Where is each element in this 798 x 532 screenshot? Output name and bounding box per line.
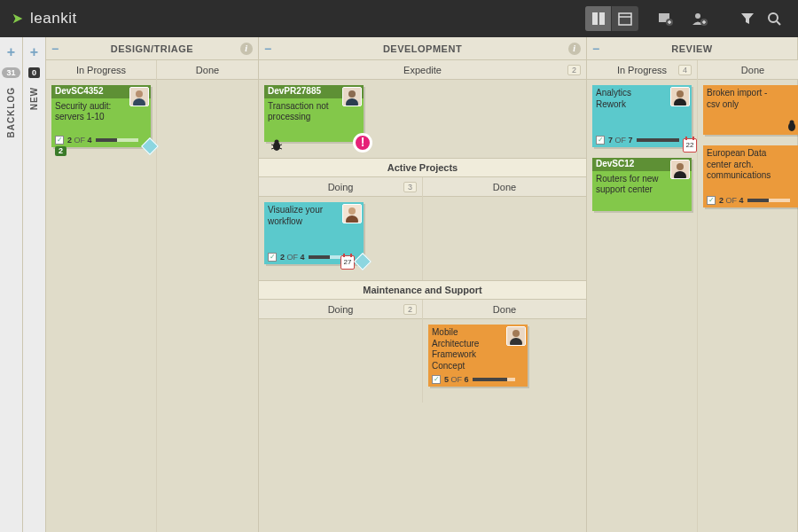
col-header: Done xyxy=(423,177,586,197)
card-title: European Data center arch. communication… xyxy=(707,148,798,182)
expand-new-button[interactable]: + xyxy=(30,44,38,60)
col-body[interactable]: Mobile Architecture Framework Concept ✓ … xyxy=(423,319,586,403)
expand-backlog-button[interactable]: + xyxy=(7,44,15,60)
card[interactable]: European Data center arch. communication… xyxy=(703,145,798,207)
swimlane-title-active: Active Projects xyxy=(259,158,586,177)
col-body[interactable]: DevSC4352 Security audit: servers 1-10 ✓… xyxy=(46,80,156,163)
col-title: Done xyxy=(196,65,219,75)
design-in-progress-col: In Progress DevSC4352 Security audit: se… xyxy=(46,60,157,532)
add-user-icon xyxy=(692,11,708,27)
calendar-view-button[interactable] xyxy=(612,6,638,31)
col-title: Done xyxy=(741,65,764,75)
col-title: Doing xyxy=(328,182,354,192)
maint-doing-col: Doing 2 xyxy=(259,300,423,403)
progress-bar xyxy=(473,378,515,381)
svg-point-8 xyxy=(695,13,700,19)
lane-header-design: − DESIGN/TRIAGE i xyxy=(46,37,258,60)
logo: leankit xyxy=(11,10,77,27)
expedite-body[interactable]: DevPR27885 Transaction not processing ! xyxy=(259,80,586,158)
avatar[interactable] xyxy=(506,326,526,346)
lane-header-dev: − DEVELOPMENT i xyxy=(259,37,586,60)
search-button[interactable] xyxy=(761,6,787,31)
collapse-dev-button[interactable]: − xyxy=(264,42,272,56)
avatar[interactable] xyxy=(342,87,362,106)
col-body[interactable]: Analytics Rework ✓ 7 OF 7 22 DevSC12 Rou… xyxy=(587,80,697,227)
wip-count: 2 xyxy=(403,304,417,315)
svg-point-39 xyxy=(790,121,794,125)
lane-review: − REVIEW In Progress 4 Analytics Rework … xyxy=(587,37,798,532)
check-icon: ✓ xyxy=(596,136,605,145)
col-body[interactable]: Broken import - csv only European Data c… xyxy=(698,80,798,223)
col-header: Done xyxy=(698,60,798,80)
avatar[interactable] xyxy=(670,87,690,106)
col-body[interactable] xyxy=(423,197,586,250)
new-count-badge: 0 xyxy=(28,67,40,78)
svg-line-25 xyxy=(279,148,282,149)
col-body[interactable]: Visualize your workflow ✓ 2 OF 4 27 xyxy=(259,197,422,280)
calendar-icon xyxy=(618,12,632,26)
rail-new[interactable]: + 0 NEW xyxy=(23,37,46,532)
brand-text: leankit xyxy=(30,10,77,27)
svg-rect-1 xyxy=(599,12,605,25)
card[interactable]: DevPR27885 Transaction not processing ! xyxy=(264,85,364,142)
avatar[interactable] xyxy=(129,87,149,106)
lane-development: − DEVELOPMENT i Expedite 2 DevPR27885 Tr… xyxy=(259,37,587,532)
card[interactable]: Mobile Architecture Framework Concept ✓ … xyxy=(428,325,528,387)
col-header: Doing 2 xyxy=(259,300,422,319)
card[interactable]: DevSC12 Routers for new support center xyxy=(592,158,692,211)
col-body[interactable] xyxy=(259,319,422,372)
card[interactable]: Analytics Rework ✓ 7 OF 7 22 xyxy=(592,85,692,147)
calendar-badge: 27 xyxy=(340,255,355,270)
info-icon[interactable]: i xyxy=(240,43,253,55)
tag-icon xyxy=(141,137,159,155)
bug-icon xyxy=(270,138,284,153)
task-count: 2 OF 4 xyxy=(719,196,744,206)
board-view-button[interactable] xyxy=(585,6,612,31)
active-doing-col: Doing 3 Visualize your workflow ✓ 2 OF 4 xyxy=(259,177,423,280)
rail-backlog[interactable]: + 31 BACKLOG xyxy=(0,37,23,532)
svg-point-33 xyxy=(677,90,684,98)
card[interactable]: Broken import - csv only xyxy=(703,85,798,135)
add-card-icon xyxy=(658,11,674,27)
check-icon: ✓ xyxy=(55,136,64,145)
collapse-review-button[interactable]: − xyxy=(592,42,600,56)
lane-title: DEVELOPMENT xyxy=(383,43,462,54)
search-icon xyxy=(767,12,781,26)
wip-count: 4 xyxy=(678,65,692,75)
topbar: leankit xyxy=(0,0,798,37)
card[interactable]: DevSC4352 Security audit: servers 1-10 ✓… xyxy=(51,85,151,147)
add-card-button[interactable] xyxy=(653,6,679,31)
svg-point-15 xyxy=(136,90,143,98)
svg-point-30 xyxy=(512,330,520,337)
task-count: 2 OF 4 xyxy=(67,136,92,145)
card-meta: ✓ 2 OF 4 xyxy=(268,253,351,262)
review-in-progress-col: In Progress 4 Analytics Rework ✓ 7 OF 7 … xyxy=(587,60,698,532)
svg-rect-0 xyxy=(592,12,598,25)
card[interactable]: Visualize your workflow ✓ 2 OF 4 27 xyxy=(264,202,364,264)
active-done-col: Done xyxy=(423,177,586,280)
new-label: NEW xyxy=(29,87,39,110)
avatar[interactable] xyxy=(670,160,690,179)
calendar-badge: 22 xyxy=(683,138,697,153)
card-title: Broken import - csv only xyxy=(707,88,798,110)
col-header: Done xyxy=(423,300,586,319)
expedite-header: Expedite 2 xyxy=(259,60,586,80)
collapse-design-button[interactable]: − xyxy=(51,42,59,56)
alert-icon: ! xyxy=(353,133,372,153)
info-icon[interactable]: i xyxy=(568,43,581,55)
swimlane-title-maint: Maintenance and Support xyxy=(259,280,586,300)
card-count-badge: 2 xyxy=(55,146,66,156)
filter-button[interactable] xyxy=(734,6,761,31)
task-count: 2 OF 4 xyxy=(280,253,305,262)
svg-line-24 xyxy=(271,148,274,149)
card-meta: ✓ 2 OF 4 xyxy=(707,196,790,206)
add-user-button[interactable] xyxy=(686,6,713,31)
avatar[interactable] xyxy=(342,204,362,223)
col-body[interactable] xyxy=(157,80,258,133)
svg-line-13 xyxy=(777,21,780,25)
logo-mark-icon xyxy=(11,12,25,26)
check-icon: ✓ xyxy=(432,375,441,384)
check-icon: ✓ xyxy=(707,196,716,205)
card-meta: ✓ 5 OF 6 xyxy=(432,375,515,385)
svg-point-21 xyxy=(275,140,279,145)
